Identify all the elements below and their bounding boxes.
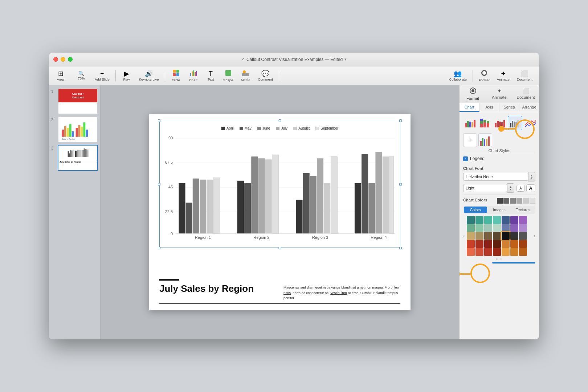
font-name-dropdown-arrow[interactable]: ▲ ▼ xyxy=(528,172,535,181)
palette-cell[interactable] xyxy=(519,224,527,232)
keynote-live-button[interactable]: 🔊 Keynote Live xyxy=(136,69,162,83)
document-tab[interactable]: ⬜ Document xyxy=(513,85,539,103)
palette-nav-right[interactable]: › xyxy=(534,233,535,238)
palette-cell[interactable] xyxy=(510,216,518,224)
palette-cell[interactable] xyxy=(519,232,527,240)
palette-cell[interactable] xyxy=(484,240,492,248)
palette-cell[interactable] xyxy=(467,232,475,240)
slide-bottom-content: July Sales by Region Maecenas sed diam e… xyxy=(159,283,400,301)
palette-cell[interactable] xyxy=(475,248,483,256)
shape-button[interactable]: Shape xyxy=(220,68,236,83)
font-weight-dropdown[interactable]: Light xyxy=(463,184,507,192)
collaborate-button[interactable]: 👥 Collaborate xyxy=(446,69,470,83)
table-button[interactable]: Table xyxy=(168,68,184,83)
font-name-dropdown[interactable]: Helvetica Neue xyxy=(463,173,528,181)
cit-tab-images[interactable]: Images xyxy=(488,207,511,213)
chart-button[interactable]: Chart xyxy=(185,68,201,83)
chart-type-bar-red[interactable] xyxy=(493,116,507,130)
format-button-toolbar[interactable]: Format xyxy=(476,68,493,83)
media-button[interactable]: Media xyxy=(238,68,254,83)
palette-nav-left[interactable]: ‹ xyxy=(463,233,465,238)
add-chart-style-button[interactable]: + xyxy=(463,133,477,147)
palette-cell[interactable] xyxy=(502,224,510,232)
font-size-decrease-button[interactable]: A xyxy=(516,185,525,192)
slide-thumb-1[interactable]: Callout /Contrast xyxy=(58,88,98,114)
palette-cell[interactable] xyxy=(510,240,518,248)
slide-thumb-3[interactable]: July Sales by Region xyxy=(58,145,98,171)
chart-type-line[interactable] xyxy=(523,116,537,130)
palette-cell[interactable] xyxy=(467,224,475,232)
chart-type-bar-gray[interactable] xyxy=(508,116,522,130)
play-button[interactable]: ▶ Play xyxy=(119,69,135,83)
palette-cell[interactable] xyxy=(502,248,510,256)
handle-tr[interactable] xyxy=(399,119,402,122)
comment-button[interactable]: 💬 Comment xyxy=(255,69,276,83)
palette-cell[interactable] xyxy=(502,240,510,248)
palette-cell[interactable] xyxy=(493,248,501,256)
text-button[interactable]: T Text xyxy=(203,69,219,83)
palette-cell[interactable] xyxy=(510,248,518,256)
chart-subtab-axis[interactable]: Axis xyxy=(479,103,499,112)
palette-cell[interactable] xyxy=(510,224,518,232)
handle-tc[interactable] xyxy=(279,119,281,122)
handle-bc[interactable] xyxy=(279,247,281,249)
palette-cell[interactable] xyxy=(493,224,501,232)
palette-cell[interactable] xyxy=(519,248,527,256)
handle-tl[interactable] xyxy=(158,119,160,122)
handle-bl[interactable] xyxy=(158,247,160,249)
palette-cell[interactable] xyxy=(467,216,475,224)
palette-cell[interactable] xyxy=(493,216,501,224)
titlebar: ✓ Callout Contrast Visualization Example… xyxy=(49,53,539,66)
handle-ml[interactable] xyxy=(158,183,160,186)
animate-button-toolbar[interactable]: ✦ Animate xyxy=(494,69,513,83)
add-slide-button[interactable]: + Add Slide xyxy=(92,69,113,83)
chart-selection-area[interactable]: April May June xyxy=(159,121,400,248)
slide-item-1[interactable]: 1 Callout /Contrast xyxy=(51,88,98,114)
legend-checkbox[interactable]: ✓ xyxy=(463,156,468,161)
palette-cell[interactable] xyxy=(475,216,483,224)
palette-cell[interactable] xyxy=(493,240,501,248)
animate-tab[interactable]: ✦ Animate xyxy=(486,85,513,103)
title-dropdown-icon[interactable]: ▾ xyxy=(344,57,347,62)
handle-br[interactable] xyxy=(399,247,402,249)
palette-cell[interactable] xyxy=(484,216,492,224)
palette-cell-selected[interactable] xyxy=(502,232,510,240)
palette-cell[interactable] xyxy=(502,216,510,224)
minimize-button[interactable] xyxy=(61,57,65,62)
palette-cell[interactable] xyxy=(510,232,518,240)
close-button[interactable] xyxy=(53,57,58,62)
document-button-toolbar[interactable]: ⬜ Document xyxy=(514,69,535,83)
legend-row: ✓ Legend xyxy=(463,153,535,164)
palette-cell[interactable] xyxy=(475,224,483,232)
chart-type-bar-stacked-color[interactable] xyxy=(478,116,492,130)
font-weight-dropdown-arrow[interactable]: ▲ ▼ xyxy=(507,183,514,193)
slide-item-2[interactable]: 2 xyxy=(51,117,98,143)
cit-tab-textures[interactable]: Textures xyxy=(511,207,535,213)
zoom-button[interactable]: 🔍 75% xyxy=(72,70,90,82)
slide-item-3[interactable]: 3 xyxy=(51,145,98,171)
svg-rect-91 xyxy=(483,122,486,127)
palette-cell[interactable] xyxy=(475,232,483,240)
font-size-increase-button[interactable]: A xyxy=(526,184,535,192)
chart-style-thumb-1[interactable] xyxy=(478,133,492,147)
palette-cell[interactable] xyxy=(467,248,475,256)
slide-canvas[interactable]: April May June xyxy=(149,114,411,310)
palette-cell[interactable] xyxy=(519,240,527,248)
cit-tab-colors[interactable]: Colors xyxy=(464,207,487,213)
palette-cell[interactable] xyxy=(484,232,492,240)
palette-cell[interactable] xyxy=(519,216,527,224)
palette-cell[interactable] xyxy=(493,232,501,240)
view-button[interactable]: ⊞ View xyxy=(53,69,69,83)
chart-subtab-chart[interactable]: Chart xyxy=(460,103,479,112)
slide-thumb-2[interactable]: Sales by Region xyxy=(58,117,98,143)
palette-cell[interactable] xyxy=(467,240,475,248)
chart-type-bar-color[interactable] xyxy=(463,116,477,130)
format-tab[interactable]: Format xyxy=(460,85,486,103)
palette-cell[interactable] xyxy=(484,224,492,232)
chart-subtab-series[interactable]: Series xyxy=(499,103,519,112)
palette-cell[interactable] xyxy=(475,240,483,248)
maximize-button[interactable] xyxy=(68,57,73,62)
palette-cell[interactable] xyxy=(484,248,492,256)
chart-subtab-arrange[interactable]: Arrange xyxy=(519,103,539,112)
handle-mr[interactable] xyxy=(399,183,402,186)
